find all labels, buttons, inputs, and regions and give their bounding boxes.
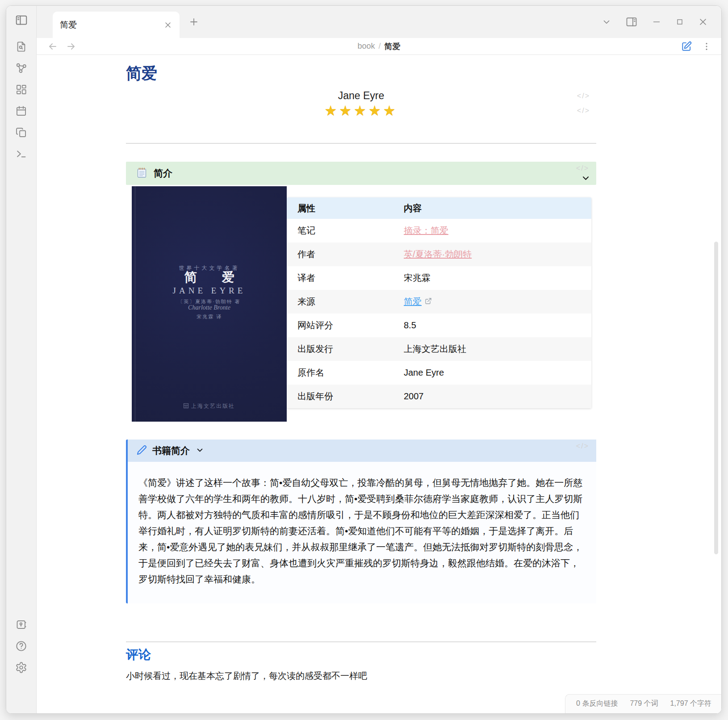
- comment-text: 小时候看过，现在基本忘了剧情了，每次读的感受都不一样吧: [126, 670, 596, 682]
- row-value: 8.5: [404, 320, 591, 331]
- summary-callout: 书籍简介 </> 《简爱》讲述了这样一个故事：简•爱自幼父母双亡，投靠冷酷的舅母…: [126, 440, 596, 603]
- forward-arrow-icon[interactable]: [66, 41, 76, 52]
- table-header-row: 属性 内容: [287, 197, 591, 219]
- table-row: 出版年份 2007: [287, 385, 591, 408]
- char-count: 1,797 个字符: [670, 699, 711, 708]
- column-header: 属性: [287, 202, 404, 214]
- back-arrow-icon[interactable]: [47, 41, 58, 52]
- settings-gear-icon[interactable]: [15, 661, 27, 674]
- publisher-logo-icon: [184, 403, 188, 410]
- cover-title-en: JANE EYRE: [132, 286, 287, 296]
- summary-callout-title: 书籍简介: [152, 444, 190, 457]
- close-window-icon[interactable]: [698, 17, 708, 27]
- cover-author-en: Charlotte Bronte: [132, 304, 287, 311]
- note-column: 简爱 Jane Eyre </> ★★★★★ </>: [126, 63, 596, 682]
- row-value: Jane Eyre: [404, 368, 591, 378]
- breadcrumb-separator: /: [379, 42, 381, 51]
- comments-heading: 评论: [126, 646, 596, 663]
- dashboard-icon[interactable]: [15, 84, 27, 96]
- subtitle-row: Jane Eyre </>: [126, 90, 596, 102]
- notepad-icon: [136, 167, 148, 180]
- intro-callout-title: 简介: [154, 167, 172, 180]
- column-header: 内容: [404, 202, 591, 214]
- page-title: 简爱: [126, 63, 596, 84]
- external-link-icon[interactable]: [425, 297, 432, 307]
- author-link[interactable]: 英/夏洛蒂·勃朗特: [404, 248, 472, 260]
- tab-jane-eyre[interactable]: 简爱: [53, 12, 180, 38]
- row-label: 出版发行: [287, 343, 404, 355]
- tab-list-chevron-icon[interactable]: [602, 17, 611, 27]
- row-label: 出版年份: [287, 390, 404, 402]
- ribbon-actions: [15, 41, 27, 160]
- chevron-down-icon[interactable]: [582, 174, 590, 184]
- cover-translator: 宋兆霖 译: [132, 314, 287, 320]
- new-tab-icon[interactable]: [188, 17, 199, 27]
- more-options-icon[interactable]: [702, 42, 711, 51]
- cover-publisher-name: 上海文艺出版社: [191, 402, 235, 410]
- row-label: 来源: [287, 296, 404, 308]
- properties-table: 属性 内容 笔记 摘录：简爱 作者 英/夏洛蒂·勃朗特 译者: [287, 197, 591, 408]
- help-icon[interactable]: [15, 640, 27, 652]
- file-search-icon[interactable]: [15, 41, 27, 53]
- status-bar: 0 条反向链接 779 个词 1,797 个字符: [565, 694, 721, 713]
- maximize-icon[interactable]: [675, 17, 684, 26]
- row-value: 宋兆霖: [404, 272, 591, 284]
- intro-callout-header[interactable]: 简介 </>: [126, 162, 596, 185]
- cover-publisher: 上海文艺出版社: [132, 402, 287, 410]
- edit-block-icon[interactable]: </>: [576, 164, 589, 172]
- table-row: 网站评分 8.5: [287, 314, 591, 337]
- app-window: 简爱: [6, 5, 722, 714]
- left-sidebar-toggle-icon[interactable]: [15, 13, 28, 27]
- summary-text: 《简爱》讲述了这样一个故事：简•爱自幼父母双亡，投靠冷酷的舅母，但舅母无情地抛弃…: [128, 462, 596, 603]
- divider: [126, 143, 596, 144]
- cover-title-cn: 简 爱: [132, 269, 287, 286]
- edit-block-icon[interactable]: </>: [577, 107, 590, 115]
- tab-title: 简爱: [60, 19, 163, 31]
- chevron-down-icon[interactable]: [196, 446, 204, 456]
- tab-bar: 简爱: [37, 6, 721, 38]
- summary-callout-header[interactable]: 书籍简介 </>: [128, 440, 596, 462]
- star-rating: ★★★★★: [126, 102, 596, 119]
- main-pane: 简爱: [37, 6, 721, 713]
- tab-close-icon[interactable]: [163, 21, 172, 29]
- note-content: 简爱 Jane Eyre </> ★★★★★ </>: [37, 55, 721, 713]
- row-value: 上海文艺出版社: [404, 343, 591, 355]
- graph-view-icon[interactable]: [15, 62, 27, 74]
- minimize-icon[interactable]: [652, 17, 661, 27]
- source-link[interactable]: 简爱: [404, 296, 422, 308]
- row-label: 笔记: [287, 225, 404, 237]
- note-link[interactable]: 摘录：简爱: [404, 225, 448, 237]
- backlinks-count: 0 条反向链接: [576, 699, 618, 708]
- rating-row: ★★★★★ </>: [126, 102, 596, 119]
- edit-block-icon[interactable]: </>: [577, 92, 590, 100]
- edit-mode-icon[interactable]: [681, 41, 692, 52]
- vault-switcher-icon[interactable]: [15, 619, 27, 631]
- table-row: 出版发行 上海文艺出版社: [287, 337, 591, 361]
- book-cover-image: 世界十大文学名著 简 爱 JANE EYRE 〔英〕夏洛蒂·勃朗特 著 Char…: [132, 186, 287, 422]
- row-value: 2007: [404, 391, 591, 402]
- nav-arrows: [37, 41, 76, 52]
- terminal-icon[interactable]: [15, 148, 27, 160]
- breadcrumb-folder[interactable]: book: [357, 42, 375, 51]
- view-header: book / 简爱: [37, 38, 721, 55]
- left-ribbon: [6, 6, 37, 713]
- edit-block-icon[interactable]: </>: [576, 442, 589, 450]
- table-row: 来源 简爱: [287, 290, 591, 314]
- row-label: 原作名: [287, 367, 404, 379]
- window-controls: [602, 16, 721, 28]
- row-label: 作者: [287, 248, 404, 260]
- divider: [126, 641, 596, 642]
- breadcrumb: book / 简爱: [357, 38, 400, 54]
- row-label: 译者: [287, 272, 404, 284]
- word-count: 779 个词: [630, 699, 658, 708]
- right-sidebar-toggle-icon[interactable]: [625, 16, 638, 28]
- row-label: 网站评分: [287, 319, 404, 331]
- header-actions: [681, 41, 721, 52]
- pencil-icon: [137, 445, 147, 457]
- table-row: 笔记 摘录：简爱: [287, 219, 591, 243]
- scrollbar-thumb[interactable]: [714, 242, 718, 554]
- intro-body: 世界十大文学名著 简 爱 JANE EYRE 〔英〕夏洛蒂·勃朗特 著 Char…: [126, 186, 596, 422]
- copy-files-icon[interactable]: [15, 126, 27, 138]
- calendar-icon[interactable]: [15, 105, 27, 117]
- breadcrumb-current[interactable]: 简爱: [385, 41, 401, 52]
